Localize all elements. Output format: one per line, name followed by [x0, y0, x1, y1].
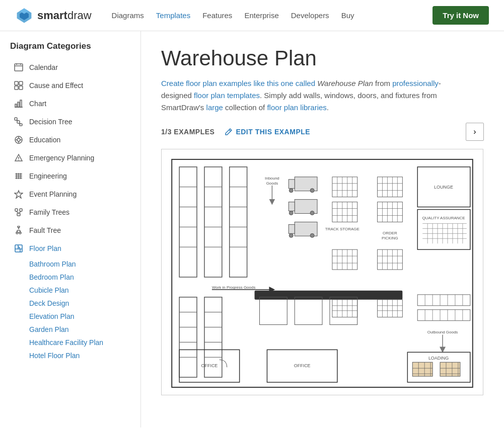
sidebar-label-cause-effect: Cause and Effect: [29, 81, 83, 90]
svg-rect-77: [289, 224, 295, 233]
emergency-planning-icon: [13, 152, 24, 163]
sidebar-label-calendar: Calendar: [29, 63, 58, 71]
svg-rect-36: [15, 209, 18, 211]
sub-item-garden-plan[interactable]: Garden Plan: [26, 323, 130, 336]
main-layout: Diagram Categories Calendar: [0, 31, 504, 427]
svg-rect-143: [255, 291, 403, 300]
sidebar-item-emergency-planning[interactable]: Emergency Planning: [10, 149, 130, 167]
svg-text:PICKING: PICKING: [382, 236, 398, 240]
svg-point-74: [289, 211, 293, 215]
svg-point-70: [289, 189, 293, 193]
svg-text:LOADING: LOADING: [428, 356, 449, 361]
sub-item-deck-design[interactable]: Deck Design: [26, 297, 130, 310]
sidebar-label-event-planning: Event Planning: [29, 190, 77, 198]
floor-plan-sub-items: Bathroom Plan Bedroom Plan Cubicle Plan …: [26, 258, 130, 362]
svg-marker-35: [15, 191, 23, 198]
edit-label: EDIT THIS EXAMPLE: [236, 128, 310, 136]
sidebar-item-event-planning[interactable]: Event Planning: [10, 185, 130, 203]
sidebar-item-chart[interactable]: Chart: [10, 95, 130, 113]
description-link-professionally[interactable]: professionally: [392, 79, 439, 88]
sidebar-item-floor-plan[interactable]: Floor Plan: [10, 239, 130, 258]
svg-text:TRACK STORAGE: TRACK STORAGE: [325, 227, 359, 231]
header: smartdraw Diagrams Templates Features En…: [0, 0, 504, 31]
sidebar-title: Diagram Categories: [10, 41, 130, 51]
svg-rect-49: [172, 159, 473, 387]
svg-rect-195: [440, 362, 460, 376]
page-title: Warehouse Plan: [161, 46, 484, 70]
nav-features[interactable]: Features: [202, 11, 232, 20]
svg-point-71: [310, 189, 314, 193]
sub-item-hotel-floor-plan[interactable]: Hotel Floor Plan: [26, 349, 130, 362]
sidebar-label-floor-plan: Floor Plan: [29, 244, 61, 252]
example-bar: 1/3 EXAMPLES EDIT THIS EXAMPLE ›: [161, 123, 484, 141]
engineering-icon: [13, 170, 24, 182]
svg-point-21: [17, 138, 20, 141]
svg-line-19: [19, 123, 21, 124]
sidebar-label-decision-tree: Decision Tree: [29, 118, 73, 126]
svg-rect-38: [17, 213, 20, 216]
cause-effect-icon: [13, 80, 24, 91]
sidebar-label-chart: Chart: [29, 100, 46, 108]
description-link-create[interactable]: Create floor plan examples like this one…: [161, 79, 317, 88]
svg-rect-15: [15, 118, 17, 120]
svg-rect-12: [18, 102, 19, 107]
event-planning-icon: [13, 189, 24, 200]
sidebar-item-decision-tree[interactable]: Decision Tree: [10, 113, 130, 131]
sub-item-bedroom-plan[interactable]: Bedroom Plan: [26, 271, 130, 284]
nav-buy[interactable]: Buy: [341, 11, 354, 20]
sidebar-item-cause-effect[interactable]: Cause and Effect: [10, 76, 130, 95]
svg-line-48: [229, 130, 231, 131]
edit-example-link[interactable]: EDIT THIS EXAMPLE: [225, 128, 310, 136]
sub-item-healthcare-facility-plan[interactable]: Healthcare Facility Plan: [26, 336, 130, 349]
nav-developers[interactable]: Developers: [291, 11, 329, 20]
sub-item-cubicle-plan[interactable]: Cubicle Plan: [26, 284, 130, 297]
floor-plan-icon: [13, 243, 24, 254]
description-link-large[interactable]: large: [206, 103, 223, 112]
description-italic: Warehouse Plan: [317, 79, 373, 88]
description-link-libraries[interactable]: floor plan libraries: [267, 103, 326, 112]
nav-diagrams[interactable]: Diagrams: [112, 11, 144, 20]
svg-rect-11: [15, 104, 17, 107]
svg-rect-7: [15, 81, 18, 85]
svg-rect-13: [20, 100, 22, 107]
svg-rect-76: [295, 222, 317, 236]
decision-tree-icon: [13, 116, 24, 127]
svg-text:QUALITY ASSURANCE: QUALITY ASSURANCE: [422, 216, 465, 220]
sub-item-elevation-plan[interactable]: Elevation Plan: [26, 310, 130, 323]
sidebar: Diagram Categories Calendar: [0, 31, 141, 427]
next-example-button[interactable]: ›: [466, 123, 484, 141]
logo-text: smartdraw: [37, 9, 92, 22]
logo-icon: [15, 7, 33, 25]
logo-area[interactable]: smartdraw: [15, 7, 92, 25]
sidebar-label-engineering: Engineering: [29, 172, 67, 180]
svg-text:Work in Progress Goods: Work in Progress Goods: [212, 285, 256, 290]
sidebar-item-calendar[interactable]: Calendar: [10, 58, 130, 76]
description-link-floor-plan-templates[interactable]: floor plan templates: [194, 91, 260, 100]
svg-rect-73: [289, 202, 295, 211]
example-count: 1/3 EXAMPLES: [161, 128, 214, 136]
edit-icon: [225, 128, 233, 136]
chart-icon: [13, 98, 24, 109]
svg-point-78: [289, 233, 293, 237]
svg-rect-9: [15, 86, 18, 90]
svg-point-79: [310, 233, 314, 237]
description: Create floor plan examples like this one…: [161, 77, 463, 114]
svg-rect-44: [15, 245, 22, 252]
fault-tree-icon: [13, 225, 24, 236]
try-it-now-button[interactable]: Try it Now: [433, 6, 489, 25]
sidebar-item-engineering[interactable]: Engineering: [10, 167, 130, 185]
sidebar-item-family-trees[interactable]: Family Trees: [10, 203, 130, 221]
nav-enterprise[interactable]: Enterprise: [244, 11, 278, 20]
svg-text:Inbound: Inbound: [265, 176, 279, 181]
nav-templates[interactable]: Templates: [156, 11, 190, 20]
sidebar-item-fault-tree[interactable]: Fault Tree: [10, 221, 130, 239]
svg-text:Goods: Goods: [266, 181, 278, 186]
svg-text:LOUNGE: LOUNGE: [434, 185, 453, 190]
sidebar-label-fault-tree: Fault Tree: [29, 226, 61, 234]
svg-rect-72: [295, 200, 317, 214]
svg-rect-8: [19, 81, 23, 85]
sidebar-item-education[interactable]: Education: [10, 131, 130, 149]
sub-item-bathroom-plan[interactable]: Bathroom Plan: [26, 258, 130, 271]
svg-rect-189: [412, 362, 433, 376]
svg-point-28: [18, 159, 19, 160]
